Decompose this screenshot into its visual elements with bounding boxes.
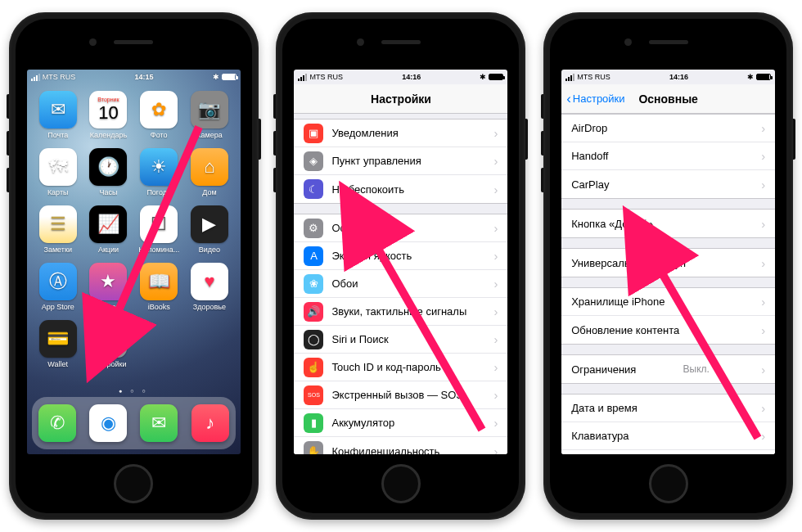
chevron-right-icon: › — [493, 183, 498, 196]
chevron-right-icon: › — [493, 416, 498, 430]
row-icon: ◯ — [304, 330, 323, 349]
home-button[interactable] — [114, 464, 153, 503]
settings-row-Язык и регион[interactable]: Язык и регион› — [561, 450, 775, 454]
row-label: Handoff — [571, 150, 608, 162]
app-Настройки[interactable]: ⚙1Настройки — [86, 320, 132, 374]
app-label: Камера — [196, 131, 222, 139]
app-Карты[interactable]: 🗺Карты — [35, 148, 81, 202]
app-App Store[interactable]: ⒶApp Store — [35, 263, 81, 317]
settings-row-Экран и яркость[interactable]: AЭкран и яркость› — [294, 242, 507, 270]
chevron-right-icon: › — [761, 256, 765, 270]
settings-row-CarPlay[interactable]: CarPlay› — [561, 170, 775, 198]
app-Заметки[interactable]: ☰Заметки — [35, 205, 81, 259]
chevron-right-icon: › — [493, 154, 498, 168]
status-bar: MTS RUS 14:16 ✱ — [294, 70, 507, 84]
app-Дом[interactable]: ⌂Дом — [187, 148, 232, 202]
row-icon: ▣ — [304, 124, 323, 143]
settings-row-Основные[interactable]: ⚙Основные› — [294, 214, 507, 242]
settings-row-Пункт управления[interactable]: ◈Пункт управления› — [294, 147, 507, 175]
dock-app-messages[interactable]: ✉ — [140, 404, 178, 442]
navbar-title: Настройки — [371, 92, 431, 106]
settings-row-Handoff[interactable]: Handoff› — [561, 142, 775, 170]
app-Часы[interactable]: 🕐Часы — [86, 148, 132, 202]
home-button[interactable] — [381, 464, 421, 503]
app-label: App Store — [42, 303, 74, 311]
settings-row-Звуки, тактильные сигналы[interactable]: 🔊Звуки, тактильные сигналы› — [294, 298, 507, 326]
settings-row-Клавиатура[interactable]: Клавиатура› — [561, 422, 775, 450]
app-Видео[interactable]: ▶Видео — [187, 205, 232, 259]
row-label: Основные — [331, 222, 382, 234]
app-Календарь[interactable]: Вторник10Календарь — [86, 91, 132, 145]
chevron-right-icon: › — [761, 363, 765, 376]
row-label: Ограничения — [571, 363, 636, 376]
app-Напомина...[interactable]: ☑Напомина... — [136, 205, 182, 259]
chevron-left-icon: ‹ — [566, 92, 571, 106]
row-label: Кнопка «Домой» — [571, 218, 653, 230]
home-button[interactable] — [649, 464, 688, 503]
chevron-right-icon: › — [493, 277, 498, 291]
settings-row-Универсальный доступ[interactable]: Универсальный доступ› — [561, 249, 775, 277]
row-icon: ◈ — [304, 151, 323, 171]
app-label: Календарь — [90, 131, 127, 139]
chevron-right-icon: › — [493, 388, 498, 402]
settings-row-Кнопка «Домой»[interactable]: Кнопка «Домой»› — [561, 210, 775, 237]
dock: ✆◉✉♪ — [32, 397, 236, 449]
app-label: iBooks — [148, 303, 170, 311]
chevron-right-icon: › — [493, 332, 498, 346]
settings-row-Конфиденциальность[interactable]: ✋Конфиденциальность› — [294, 437, 507, 454]
app-label: Wallet — [47, 360, 68, 368]
settings-row-Touch ID и код-пароль[interactable]: ☝Touch ID и код-пароль› — [294, 354, 507, 381]
chevron-right-icon: › — [761, 217, 765, 231]
settings-row-Обои[interactable]: ❀Обои› — [294, 270, 507, 298]
row-label: Обновление контента — [571, 324, 679, 336]
dock-app-phone[interactable]: ✆ — [38, 404, 76, 442]
settings-row-Хранилище iPhone[interactable]: Хранилище iPhone› — [561, 288, 775, 316]
app-Погода[interactable]: ☀Погода — [136, 148, 182, 202]
back-button[interactable]: ‹Настройки — [566, 92, 624, 106]
page-indicator[interactable]: ● ○ ○ — [27, 385, 241, 397]
general-settings-screen: MTS RUS 14:16 ✱ ‹Настройки Основные AirD… — [561, 70, 775, 454]
row-icon: ☾ — [304, 179, 323, 199]
dock-app-safari[interactable]: ◉ — [89, 404, 127, 442]
row-label: Пункт управления — [331, 155, 421, 167]
row-label: Конфиденциальность — [331, 445, 439, 455]
app-Wallet[interactable]: 💳Wallet — [35, 320, 81, 374]
row-label: Аккумулятор — [331, 417, 394, 429]
settings-row-Дата и время[interactable]: Дата и время› — [561, 394, 775, 422]
iphone-frame-1: MTS RUS 14:15 ✱ ✉ПочтаВторник10Календарь… — [9, 12, 259, 520]
chevron-right-icon: › — [493, 126, 498, 140]
app-Акции[interactable]: 📈Акции — [86, 205, 132, 259]
settings-row-Экстренный вызов — SOS[interactable]: SOSЭкстренный вызов — SOS› — [294, 381, 507, 409]
row-label: Хранилище iPhone — [571, 295, 665, 308]
row-label: CarPlay — [571, 178, 609, 191]
app-label: Погода — [146, 188, 171, 196]
app-iTunes[interactable]: ★iTunes — [86, 263, 132, 317]
row-icon: ✋ — [304, 441, 323, 454]
row-label: Клавиатура — [571, 430, 629, 442]
app-label: Видео — [199, 246, 220, 254]
app-label: iTunes — [97, 303, 119, 311]
chevron-right-icon: › — [761, 429, 765, 443]
app-label: Часы — [99, 188, 117, 196]
row-icon: SOS — [304, 385, 323, 405]
settings-row-Аккумулятор[interactable]: ▮Аккумулятор› — [294, 409, 507, 437]
row-label: Обои — [331, 277, 358, 290]
row-icon: ⚙ — [304, 219, 323, 238]
app-Фото[interactable]: ✿Фото — [136, 91, 182, 145]
app-Камера[interactable]: 📷Камера — [187, 91, 232, 145]
app-iBooks[interactable]: 📖iBooks — [136, 263, 182, 317]
app-Здоровье[interactable]: ♥Здоровье — [187, 263, 232, 317]
settings-row-Ограничения[interactable]: ОграниченияВыкл.› — [561, 355, 775, 383]
settings-row-AirDrop[interactable]: AirDrop› — [561, 115, 775, 142]
app-label: Дом — [202, 188, 216, 196]
chevron-right-icon: › — [493, 360, 498, 374]
settings-row-Обновление контента[interactable]: Обновление контента› — [561, 316, 775, 344]
app-label: Акции — [98, 246, 119, 254]
settings-row-Siri и Поиск[interactable]: ◯Siri и Поиск› — [294, 326, 507, 354]
app-label: Карты — [47, 188, 69, 196]
row-icon: A — [304, 246, 323, 266]
settings-row-Уведомления[interactable]: ▣Уведомления› — [294, 119, 507, 147]
dock-app-music[interactable]: ♪ — [191, 404, 229, 442]
settings-row-Не беспокоить[interactable]: ☾Не беспокоить› — [294, 175, 507, 203]
app-Почта[interactable]: ✉Почта — [35, 91, 81, 145]
